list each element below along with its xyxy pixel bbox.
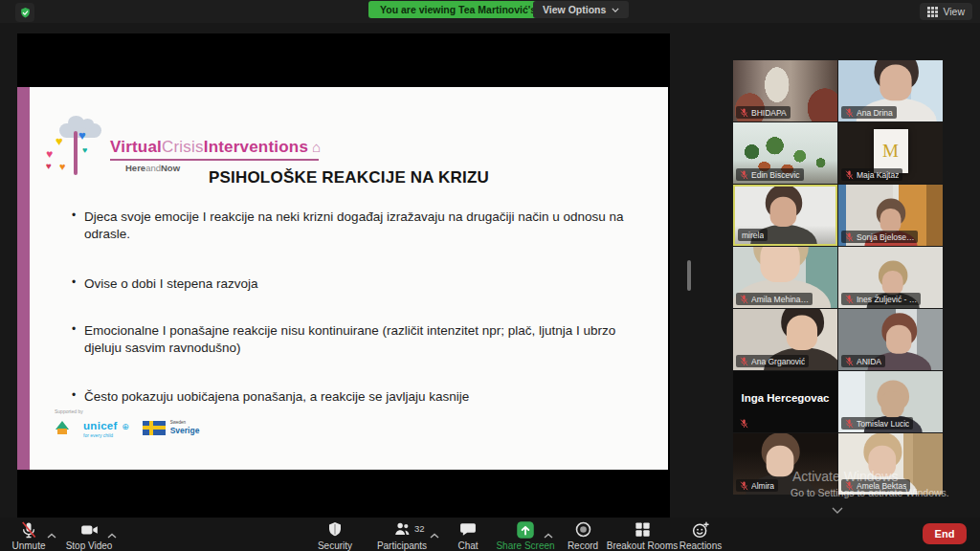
video-icon <box>79 520 100 539</box>
participant-tile[interactable]: BHIDAPA <box>733 60 837 121</box>
participant-name-label: BHIDAPA <box>736 106 791 119</box>
meeting-toolbar: End UnmuteStop VideoSecurity32Participan… <box>0 518 980 551</box>
participant-tile[interactable]: mirela <box>733 185 837 246</box>
participant-gallery: BHIDAPA Ana Drina Edin Biscevic M Maja K… <box>733 60 943 495</box>
participant-tile[interactable]: ANIDA <box>838 309 943 370</box>
participant-tile[interactable]: Ines Žuljević - … <box>838 247 943 308</box>
participants-count: 32 <box>414 523 425 534</box>
presentation-slide: ♥ ♥ ♥ ♥ ♥ ♥ VirtualCrisisInterventions⌂ … <box>17 87 668 470</box>
mic-muted-icon <box>740 481 748 491</box>
panel-resize-handle[interactable] <box>687 260 691 291</box>
participant-name-label: mirela <box>738 229 768 241</box>
participant-tile[interactable]: Edin Biscevic <box>733 122 837 184</box>
participant-name-label: Ana Grganović <box>736 355 809 367</box>
toolbar-label: Security <box>318 540 352 551</box>
mic-muted-icon <box>740 170 748 180</box>
mic-muted-icon <box>845 357 854 366</box>
participant-tile[interactable]: Inga Hercegovac <box>733 371 837 432</box>
participant-name-label <box>736 417 752 430</box>
sweden-flag-icon <box>143 421 166 435</box>
participant-name-label: Ana Drina <box>841 106 897 119</box>
sponsor-logos: unicef ⊕ for every child Sweden Sverige <box>55 418 199 437</box>
mic-muted-icon <box>845 295 854 304</box>
participant-name-centered: Inga Hercegovac <box>733 392 837 404</box>
participant-name-label: Amela Bektas <box>841 479 910 492</box>
top-bar: You are viewing Tea Martinović's screen … <box>0 0 980 23</box>
participant-tile[interactable]: Ana Grganović <box>733 309 837 370</box>
participant-name-label: Edin Biscevic <box>736 168 804 181</box>
slide-bullet: Ovise o dobi I stepena razvoja <box>84 276 649 293</box>
shared-screen-region: ♥ ♥ ♥ ♥ ♥ ♥ VirtualCrisisInterventions⌂ … <box>17 33 670 518</box>
participant-name-label: Ines Žuljević - … <box>841 293 921 305</box>
chat-icon <box>458 520 478 539</box>
toolbar-label: Chat <box>457 540 478 551</box>
slide-title: PSIHOLOŠKE REAKCIJE NA KRIZU <box>30 168 668 187</box>
mic-muted-icon <box>740 357 748 366</box>
participant-tile[interactable]: Tomislav Lucic <box>838 371 943 432</box>
toolbar-label: Record <box>568 540 598 551</box>
slide-bullet: Djeca svoje emocije I reakcije na neki k… <box>84 209 649 243</box>
mic-muted-icon <box>740 108 748 118</box>
participant-tile[interactable]: Almira <box>733 433 837 495</box>
participant-tile[interactable]: Sonja Bjelose… <box>838 185 943 246</box>
slide-bullet: Često pokazuju uobičajena ponašanja, a r… <box>84 388 649 406</box>
gallery-collapse-chevron[interactable] <box>823 500 852 518</box>
slide-accent-strip <box>17 87 30 470</box>
toolbar-label: Participants <box>377 540 427 551</box>
end-meeting-button[interactable]: End <box>923 523 967 544</box>
house-icon: ⌂ <box>312 139 321 155</box>
encryption-shield-icon[interactable] <box>15 3 34 22</box>
mic-muted-icon <box>845 232 854 242</box>
participant-name-label: ANIDA <box>841 355 885 367</box>
share-screen-icon <box>516 520 535 539</box>
participant-tile[interactable]: Amila Mehina… <box>733 247 837 308</box>
sweden-logo-text: Sweden Sverige <box>170 421 200 434</box>
participants-icon <box>392 520 412 539</box>
mic-muted-icon <box>19 520 38 539</box>
zoom-meeting-window: You are viewing Tea Martinović's screen … <box>0 0 980 551</box>
mic-muted-icon <box>845 481 854 491</box>
mic-muted-icon <box>740 295 748 304</box>
participant-name-label: Almira <box>736 479 778 492</box>
chevron-up-icon[interactable] <box>107 525 117 542</box>
grid-view-icon <box>927 7 938 17</box>
participant-name-label: Amila Mehina… <box>736 293 813 305</box>
mic-muted-icon <box>845 170 854 180</box>
toolbar-label: Stop Video <box>66 540 113 551</box>
brand-underline <box>110 159 319 161</box>
frame-art: M <box>874 129 908 173</box>
breakout-rooms-icon <box>634 520 652 539</box>
unicef-logo: unicef ⊕ for every child <box>83 417 129 438</box>
record-icon <box>574 520 592 539</box>
mic-muted-icon <box>740 419 748 429</box>
participant-name-label: Sonja Bjelose… <box>841 231 918 243</box>
mic-muted-icon <box>845 108 854 118</box>
toolbar-reactions[interactable]: Reactions <box>657 520 744 551</box>
reactions-icon <box>691 520 710 539</box>
view-button[interactable]: View <box>920 3 972 20</box>
participant-tile[interactable]: M Maja Kajtaz <box>838 122 943 184</box>
participant-name-label: Tomislav Lucic <box>841 417 913 430</box>
chevron-down-icon <box>612 8 619 12</box>
participant-tile[interactable]: Ana Drina <box>838 60 943 121</box>
mic-muted-icon <box>845 419 854 429</box>
toolbar-stop-video[interactable]: Stop Video <box>46 520 132 551</box>
brand-title: VirtualCrisisInterventions⌂ <box>110 138 321 157</box>
participant-name-label: Maja Kajtaz <box>841 168 902 181</box>
supported-by-label: Supported by <box>55 408 83 414</box>
sos-house-logo-icon <box>55 421 70 434</box>
view-options-button[interactable]: View Options <box>533 1 629 18</box>
slide-bullet: Emocionalne I ponašajne reakcije nisu ko… <box>84 322 649 357</box>
participant-tile[interactable]: Amela Bektas <box>838 433 943 495</box>
shield-icon <box>326 520 344 539</box>
toolbar-label: Reactions <box>679 540 722 551</box>
toolbar-label: Unmute <box>11 540 45 551</box>
